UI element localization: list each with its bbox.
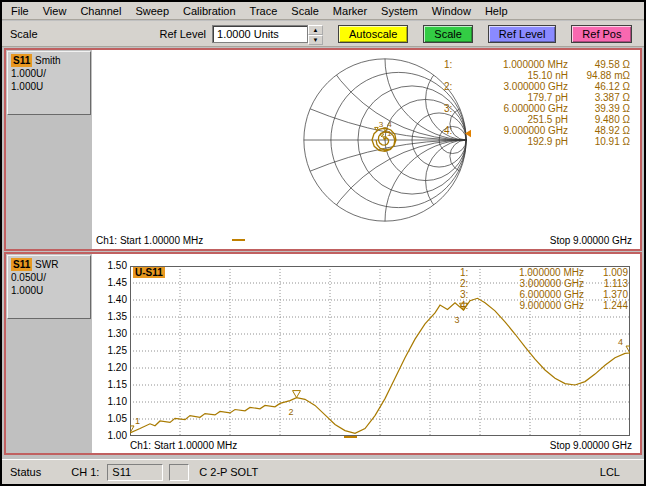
y-tick-label: 1.10 [92,397,127,407]
trace-id-chip: S11 [11,54,32,67]
y-tick-label: 1.35 [92,312,127,322]
y-tick-label: 1.30 [92,329,127,339]
swr-marker-readout: 1:1.000000 MHz1.009 2:3.000000 GHz1.113 … [460,267,628,311]
y-tick-label: 1.25 [92,346,127,356]
scale-toolbar: Scale Ref Level 1.0000 Units ▲ ▼ Autosca… [2,21,644,47]
marker-readout-subrow: 15.10 nH94.88 mΩ [444,70,630,81]
menu-item-system[interactable]: System [374,3,425,19]
status-label: Status [10,466,41,478]
ref-level-input[interactable]: 1.0000 Units [212,25,308,43]
ref-value: 1.000U [11,80,87,93]
vna-application-window: File View Channel Sweep Calibration Trac… [0,0,646,486]
menu-item-scale[interactable]: Scale [284,3,326,19]
swr-panel-sidebar: S11 SWR 0.050U/ 1.000U [6,254,92,453]
menu-item-marker[interactable]: Marker [326,3,374,19]
autoscale-button[interactable]: Autoscale [338,25,408,43]
menu-item-channel[interactable]: Channel [73,3,128,19]
y-tick-label: 1.40 [92,295,127,305]
ref-level-label: Ref Level [160,28,206,40]
marker-readout-subrow: 251.5 pH9.480 Ω [444,114,630,125]
y-tick-label: 1.15 [92,380,127,390]
cal-status-label: C 2-P SOLT [199,466,258,478]
marker-readout-subrow: 192.9 pH10.91 Ω [444,136,630,147]
toolbar-title: Scale [10,28,38,40]
ref-pos-button[interactable]: Ref Pos [571,25,632,43]
ref-level-button[interactable]: Ref Level [488,25,556,43]
status-aux-field [169,464,189,481]
smith-marker-readout: 1:1.000000 MHz49.58 Ω 15.10 nH94.88 mΩ 2… [444,59,630,147]
sweep-indicator-dash [232,239,245,241]
y-tick-label: 1.05 [92,414,127,424]
spinner-up-icon[interactable]: ▲ [308,25,323,35]
smith-trace-legend[interactable]: S11 Smith 1.000U/ 1.000U [7,51,91,115]
marker-readout-subrow: 179.7 pH3.387 Ω [444,92,630,103]
svg-text:2: 2 [289,407,294,417]
marker-readout-row: 4:9.000000 GHz1.244 [460,300,628,311]
menu-item-sweep[interactable]: Sweep [128,3,176,19]
menu-item-view[interactable]: View [36,3,74,19]
menu-bar: File View Channel Sweep Calibration Trac… [2,2,644,20]
marker-readout-row: 3:6.000000 GHz1.370 [460,289,628,300]
swr-trace-legend[interactable]: S11 SWR 0.050U/ 1.000U [7,255,91,319]
menu-item-file[interactable]: File [4,3,36,19]
y-tick-label: 1.50 [92,261,127,271]
svg-text:3: 3 [455,315,460,325]
svg-text:4: 4 [387,120,392,129]
trace-format-label: SWR [35,259,58,270]
menu-item-help[interactable]: Help [478,3,515,19]
svg-text:4: 4 [618,337,623,347]
marker-readout-row: 1:1.000000 MHz49.58 Ω [444,59,630,70]
marker-readout-row: 3:6.000000 GHz39.39 Ω [444,103,630,114]
marker-readout-row: 1:1.000000 MHz1.009 [460,267,628,278]
measurement-field: S11 [107,464,163,481]
marker-readout-row: 2:3.000000 GHz1.113 [460,278,628,289]
y-tick-label: 1.00 [92,431,127,441]
y-tick-label: 1.20 [92,363,127,373]
sweep-stop-label: Stop 9.00000 GHz [550,235,632,246]
spinner-down-icon[interactable]: ▼ [308,35,323,45]
y-tick-label: 1.45 [92,278,127,288]
marker-readout-row: 4:9.000000 GHz48.92 Ω [444,125,630,136]
lcl-indicator: LCL [600,466,620,478]
ref-value: 1.000U [11,284,87,297]
marker-readout-row: 2:3.000000 GHz46.12 Ω [444,81,630,92]
swr-plot-area[interactable]: 1.501.451.401.351.301.251.201.151.101.05… [92,254,640,453]
swr-panel: S11 SWR 0.050U/ 1.000U 1.501.451.401.351… [4,252,642,455]
sweep-start-label: Ch1: Start 1.00000 MHz [96,235,203,246]
sweep-start-label: Ch1: Start 1.00000 MHz [130,440,237,451]
status-bar: Status CH 1: S11 C 2-P SOLT LCL [2,459,644,484]
smith-panel-sidebar: S11 Smith 1.000U/ 1.000U [6,50,92,249]
smith-panel: S11 Smith 1.000U/ 1.000U 1234 1:1.000000… [4,48,642,251]
menu-item-calibration[interactable]: Calibration [176,3,243,19]
menu-item-trace[interactable]: Trace [243,3,285,19]
trace-label-chip: U-S11 [133,267,165,278]
trace-format-label: Smith [35,55,61,66]
channel-label: CH 1: [71,466,99,478]
scale-per-div-value: 0.050U/ [11,271,87,284]
svg-text:1: 1 [135,416,140,426]
trace-id-chip: S11 [11,258,32,271]
scale-button[interactable]: Scale [423,25,473,43]
scale-per-div-value: 1.000U/ [11,67,87,80]
menu-item-window[interactable]: Window [425,3,478,19]
sweep-indicator-dash [344,436,357,438]
smith-plot-area[interactable]: 1234 1:1.000000 MHz49.58 Ω 15.10 nH94.88… [92,50,640,249]
ref-level-spinner: ▲ ▼ [308,25,323,43]
sweep-stop-label: Stop 9.00000 GHz [550,440,632,451]
